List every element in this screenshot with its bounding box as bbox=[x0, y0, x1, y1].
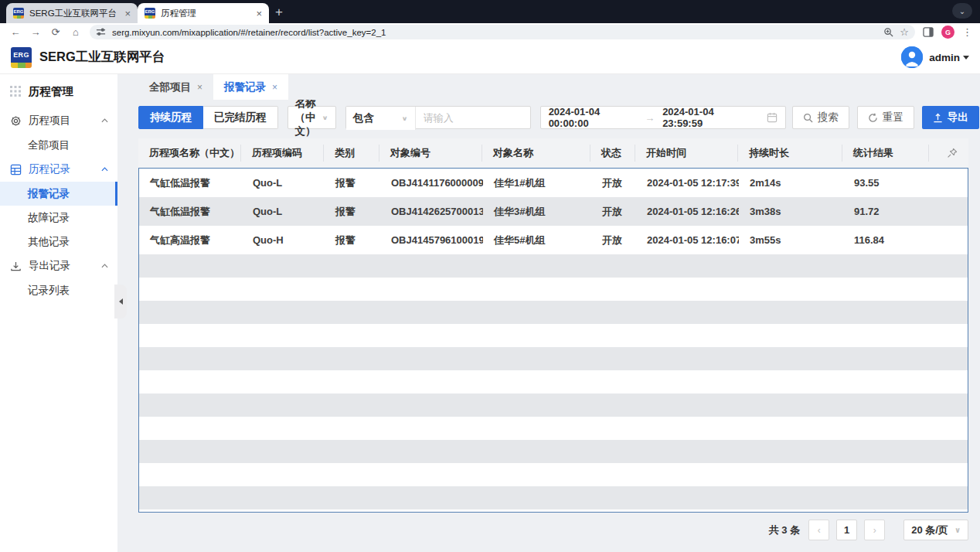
prev-page-button[interactable]: ‹ bbox=[808, 520, 829, 540]
download-icon bbox=[10, 261, 22, 272]
date-range-picker[interactable]: 2024-01-04 00:00:00 → 2024-01-04 23:59:5… bbox=[540, 106, 786, 129]
table-cell: 气缸低温报警 bbox=[139, 176, 242, 190]
back-icon[interactable]: ← bbox=[9, 26, 22, 38]
pagination-bar: 共 3 条 ‹ 1 › 20 条/页∨ bbox=[138, 513, 968, 552]
export-icon bbox=[933, 113, 943, 123]
sidebar-item-export-group[interactable]: 导出记录 bbox=[0, 254, 117, 278]
filter-toolbar: 持续历程 已完结历程 名称（中文）∨ 包含∨ bbox=[138, 106, 968, 129]
table-cell: OBJ4141176000009 bbox=[380, 177, 483, 189]
sidebar: 历程管理 历程项目 全部项目 历程记录 bbox=[0, 74, 117, 552]
field-select[interactable]: 名称（中文）∨ bbox=[288, 106, 336, 129]
close-tab-icon[interactable]: × bbox=[124, 8, 131, 19]
user-avatar-icon[interactable] bbox=[901, 46, 923, 68]
next-page-button[interactable]: › bbox=[864, 520, 885, 540]
sidebar-item-record-group[interactable]: 历程记录 bbox=[0, 157, 117, 182]
sidebar-item-alarm-records[interactable]: 报警记录 bbox=[0, 182, 117, 206]
address-bar[interactable]: serg.mixyun.com/mixapplication/#/retaine… bbox=[90, 25, 915, 39]
table-cell: Quo-L bbox=[242, 206, 325, 217]
main-content: 全部项目× 报警记录× 持续历程 已完结历程 名称（中文）∨ bbox=[117, 74, 980, 552]
table-cell: Quo-L bbox=[242, 177, 325, 189]
sidebar-item-record-list[interactable]: 记录列表 bbox=[0, 278, 117, 302]
start-date-value[interactable]: 2024-01-04 00:00:00 bbox=[549, 106, 638, 129]
table-cell: 开放 bbox=[591, 205, 636, 219]
bookmark-star-icon[interactable]: ☆ bbox=[900, 26, 909, 38]
table-row[interactable]: 气缸低温报警Quo-L报警OBJ4142625700013佳华3#机组开放202… bbox=[139, 197, 968, 226]
reset-button[interactable]: 重置 bbox=[857, 106, 914, 129]
browser-tab-title: 历程管理 bbox=[161, 8, 250, 19]
app-logo: ERG bbox=[11, 47, 32, 68]
completed-records-button[interactable]: 已完结历程 bbox=[203, 106, 278, 129]
pin-icon[interactable] bbox=[929, 138, 968, 168]
side-panel-icon[interactable] bbox=[923, 27, 934, 37]
column-header: 状态 bbox=[590, 138, 635, 168]
status-segmented-control: 持续历程 已完结历程 bbox=[138, 106, 278, 129]
new-tab-icon[interactable]: + bbox=[275, 5, 283, 20]
table-cell: 93.55 bbox=[843, 177, 930, 189]
chevron-down-icon: ∨ bbox=[402, 115, 408, 122]
operator-select[interactable]: 包含∨ bbox=[346, 107, 416, 130]
table-empty-stripes bbox=[139, 254, 968, 512]
page-number-button[interactable]: 1 bbox=[836, 520, 857, 540]
chevron-up-icon bbox=[101, 118, 108, 123]
search-icon bbox=[803, 113, 813, 123]
sidebar-item-project-group[interactable]: 历程项目 bbox=[0, 108, 117, 133]
table-cell: 报警 bbox=[325, 205, 380, 219]
refresh-icon bbox=[868, 113, 878, 123]
app-title: SERG工业互联网平台 bbox=[39, 49, 165, 66]
home-icon[interactable]: ⌂ bbox=[70, 26, 82, 38]
browser-tab-platform[interactable]: ERG SERG工业互联网平台 × bbox=[6, 3, 138, 23]
browser-urlbar: ← → ⟳ ⌂ serg.mixyun.com/mixapplication/#… bbox=[0, 23, 980, 41]
chevron-up-icon bbox=[101, 167, 108, 172]
ongoing-records-button[interactable]: 持续历程 bbox=[138, 106, 203, 129]
table-row[interactable]: 气缸高温报警Quo-H报警OBJ4145796100019佳华5#机组开放202… bbox=[139, 226, 968, 254]
user-menu-caret-icon[interactable] bbox=[963, 56, 969, 60]
table-cell: 佳华5#机组 bbox=[483, 233, 591, 247]
site-favicon: ERG bbox=[145, 8, 155, 19]
operator-input-group: 包含∨ bbox=[345, 106, 531, 129]
table-cell: 报警 bbox=[325, 176, 380, 190]
site-settings-icon[interactable] bbox=[96, 27, 106, 37]
sidebar-item-other-records[interactable]: 其他记录 bbox=[0, 230, 117, 254]
reload-icon[interactable]: ⟳ bbox=[49, 26, 62, 38]
username-label[interactable]: admin bbox=[929, 52, 960, 63]
browser-tab-record[interactable]: ERG 历程管理 × bbox=[138, 3, 269, 23]
table-cell: 佳华3#机组 bbox=[483, 205, 591, 219]
column-header: 持续时长 bbox=[738, 138, 842, 168]
chevron-down-icon: ∨ bbox=[322, 114, 328, 121]
close-icon[interactable]: × bbox=[272, 82, 277, 93]
tab-all-projects[interactable]: 全部项目× bbox=[138, 74, 213, 100]
page-size-select[interactable]: 20 条/页∨ bbox=[903, 520, 968, 540]
table-body: 气缸低温报警Quo-L报警OBJ4141176000009佳华1#机组开放202… bbox=[138, 168, 968, 513]
keyword-input[interactable] bbox=[416, 107, 530, 128]
search-button[interactable]: 搜索 bbox=[792, 106, 849, 129]
forward-icon[interactable]: → bbox=[29, 26, 42, 38]
sidebar-item-fault-records[interactable]: 故障记录 bbox=[0, 206, 117, 230]
browser-menu-icon[interactable]: ⋮ bbox=[962, 26, 972, 38]
table-cell: Quo-H bbox=[242, 234, 325, 246]
apps-grid-icon[interactable] bbox=[10, 86, 21, 97]
zoom-icon[interactable] bbox=[883, 27, 893, 37]
close-icon[interactable]: × bbox=[197, 82, 202, 93]
table-cell: 开放 bbox=[591, 176, 636, 190]
column-header: 类别 bbox=[324, 138, 379, 168]
calendar-icon bbox=[767, 112, 778, 123]
sidebar-item-all-projects[interactable]: 全部项目 bbox=[0, 133, 117, 157]
sidebar-collapse-handle[interactable] bbox=[114, 285, 127, 319]
chevron-up-icon bbox=[101, 264, 108, 268]
tab-search-chevron-icon[interactable]: ⌄ bbox=[952, 3, 972, 19]
browser-window: ERG SERG工业互联网平台 × ERG 历程管理 × + ⌄ ← → ⟳ ⌂… bbox=[0, 0, 980, 552]
table-cell: 116.84 bbox=[843, 234, 930, 246]
end-date-value[interactable]: 2024-01-04 23:59:59 bbox=[662, 106, 751, 129]
table-cell: 报警 bbox=[325, 233, 380, 247]
table-cell: 2024-01-05 12:17:39 bbox=[636, 177, 739, 189]
close-tab-icon[interactable]: × bbox=[256, 8, 262, 19]
browser-profile-avatar[interactable]: G bbox=[941, 26, 954, 39]
tab-alarm-records[interactable]: 报警记录× bbox=[213, 74, 288, 100]
table-cell: 91.72 bbox=[843, 206, 930, 217]
table-cell: 气缸低温报警 bbox=[139, 205, 242, 219]
sidebar-module-title: 历程管理 bbox=[0, 79, 117, 104]
table-cell: 2024-01-05 12:16:26 bbox=[636, 206, 739, 217]
export-button[interactable]: 导出 bbox=[922, 106, 979, 129]
table-row[interactable]: 气缸低温报警Quo-L报警OBJ4141176000009佳华1#机组开放202… bbox=[139, 169, 968, 197]
workspace-tabbar: 全部项目× 报警记录× bbox=[117, 74, 980, 100]
